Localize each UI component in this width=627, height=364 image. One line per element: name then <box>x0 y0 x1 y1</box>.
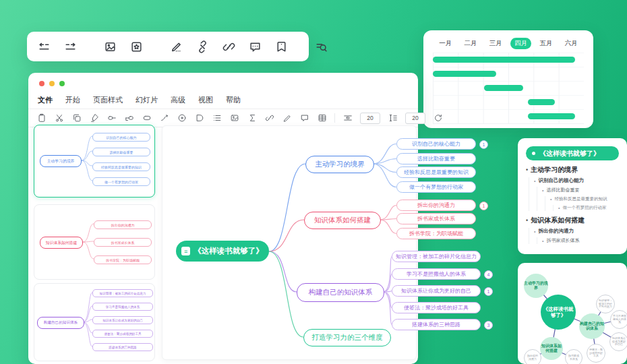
formula-icon[interactable] <box>247 113 257 123</box>
gantt-bar[interactable] <box>528 99 555 105</box>
unlink-icon[interactable] <box>196 40 209 53</box>
mindmap-canvas[interactable]: ≡ 《这样读书就够了》 主动学习的境界 识别自己的核心能力 1 选择比勤奋重要 … <box>162 125 417 360</box>
add-topic-icon[interactable] <box>107 113 117 123</box>
relationship-icon[interactable] <box>159 113 169 123</box>
line-spacing-input[interactable] <box>405 113 425 124</box>
bubble-subtopic[interactable]: 知识体系让你成为更好的自己 <box>609 332 627 351</box>
topic-node[interactable]: 知识体系让你成为更好的自己 <box>392 285 481 297</box>
minimize-button[interactable] <box>49 81 55 86</box>
gantt-bar[interactable] <box>433 57 575 63</box>
outline-item[interactable]: •识别自己的核心能力 <box>534 177 619 184</box>
link-icon[interactable] <box>264 113 274 123</box>
line-spacing-icon[interactable] <box>388 113 398 123</box>
add-subtopic-icon[interactable] <box>124 113 134 123</box>
slide-thumbnail-3[interactable]: 构建自己的知识体系 知识管理：被加工的碎片化信息力 学习不是照搬他人的体系 知识… <box>34 283 155 361</box>
gantt-month-tab[interactable]: 三月 <box>483 37 508 50</box>
bubble-subtopic[interactable]: 便签法：聚沙成塔的好工具 <box>587 344 605 363</box>
topic-node[interactable]: 拆书学院：为职场赋能 <box>396 228 476 239</box>
topic-node[interactable]: 选择比勤奋重要 <box>396 153 476 164</box>
refresh-icon[interactable] <box>433 113 443 123</box>
menu-home[interactable]: 开始 <box>65 95 80 105</box>
topic-node[interactable]: 搭建体系的三种思路 <box>392 319 481 330</box>
menu-help[interactable]: 帮助 <box>226 95 241 105</box>
gantt-month-tab-active[interactable]: 四月 <box>508 37 533 50</box>
indent-icon[interactable] <box>64 40 77 53</box>
table-icon[interactable] <box>317 113 327 123</box>
window-controls <box>39 81 65 86</box>
paste-icon[interactable] <box>36 113 47 123</box>
topic-node[interactable]: 经验和反思是最重要的知识 <box>396 166 476 178</box>
menu-advanced[interactable]: 高级 <box>171 95 185 105</box>
copy-icon[interactable] <box>71 113 82 123</box>
topic-node[interactable]: 拆出你的沟通力 <box>396 200 476 211</box>
callout-icon[interactable] <box>194 113 204 123</box>
outline-item[interactable]: •经验和反思是最重要的知识 <box>550 196 619 202</box>
topic-node[interactable]: 识别自己的核心能力 <box>396 138 476 150</box>
comment-icon[interactable] <box>299 113 309 123</box>
gantt-month-tab[interactable]: 二月 <box>458 37 483 50</box>
outline-item[interactable]: •主动学习的境界 <box>526 165 619 175</box>
slide-thumbnail-1[interactable]: 主动学习的境界 识别自己的核心能力 选择比勤奋重要 经验和反思是最重要的知识 做… <box>34 125 155 198</box>
link-icon[interactable] <box>222 40 235 53</box>
collapsed-count-badge[interactable]: 1 <box>484 287 493 296</box>
gantt-month-tab[interactable]: 五月 <box>533 37 558 50</box>
search-list-icon[interactable] <box>315 40 328 53</box>
bubble-subtopic[interactable]: 拆出你的沟通力 <box>524 349 541 364</box>
menu-file[interactable]: 文件 <box>38 95 53 105</box>
outline-icon[interactable] <box>212 113 222 123</box>
topic-node[interactable]: 拆书家成长体系 <box>396 213 476 224</box>
gantt-month-tab[interactable]: 六月 <box>559 37 584 50</box>
branch-node[interactable]: 构建自己的知识体系 <box>297 283 384 302</box>
thumb-root-node: 主动学习的境界 <box>40 155 82 167</box>
topic-node[interactable]: 便签法：聚沙成塔的好工具 <box>392 302 481 313</box>
menu-page-style[interactable]: 页面样式 <box>93 95 123 105</box>
gantt-bar[interactable] <box>528 113 574 119</box>
outdent-icon[interactable] <box>38 40 51 53</box>
image-icon[interactable] <box>229 113 239 123</box>
topic-node[interactable]: 学习不是照搬他人的体系 <box>392 268 481 280</box>
outline-item[interactable]: •拆书家成长体系 <box>542 237 619 244</box>
topic-node[interactable]: 知识管理：被加工的碎片化信息力 <box>392 251 481 262</box>
bubble-subtopic[interactable]: 学习不是照搬他人的体系 <box>610 310 627 329</box>
tag-icon[interactable] <box>275 40 288 53</box>
outline-item[interactable]: •知识体系如何搭建 <box>526 216 619 225</box>
branch-node[interactable]: 知识体系如何搭建 <box>304 212 381 229</box>
outline-item[interactable]: •选择比勤奋重要 <box>542 187 619 193</box>
menu-view[interactable]: 视图 <box>198 95 213 105</box>
slide-thumbnail-2[interactable]: 知识体系如何搭建 拆出你的沟通力 拆书家成长体系 拆书学院：为职场赋能 <box>34 204 155 280</box>
bubble-topic[interactable]: 主动学习的境界 <box>524 274 548 298</box>
shape-icon[interactable] <box>142 113 152 123</box>
image-icon[interactable] <box>104 40 117 53</box>
node-spacing-icon[interactable] <box>342 113 353 123</box>
bubble-center-topic[interactable]: 《这样读书就够了》 <box>541 295 576 330</box>
outline-title[interactable]: 《这样读书就够了》 <box>526 146 619 160</box>
comment-icon[interactable] <box>249 40 262 53</box>
bubble-subtopic[interactable]: 拆书家成长体系 <box>565 349 583 364</box>
outline-item[interactable]: •拆出你的沟通力 <box>534 228 619 235</box>
sticker-icon[interactable] <box>130 40 143 53</box>
summary-icon[interactable] <box>177 113 187 123</box>
edit-icon[interactable] <box>170 40 183 53</box>
topic-node[interactable]: 做一个有梦想的行动家 <box>396 181 476 193</box>
bubble-topic[interactable]: 构建自己的知识体系 <box>579 313 605 339</box>
gantt-month-tab[interactable]: 一月 <box>433 37 458 50</box>
format-painter-icon[interactable] <box>89 113 99 123</box>
gantt-bar[interactable] <box>433 71 496 77</box>
gantt-bar[interactable] <box>484 85 523 91</box>
branch-node[interactable]: 打造学习力的三个维度 <box>303 329 391 346</box>
cut-icon[interactable] <box>54 113 64 123</box>
bubble-subtopic[interactable]: 知识管理：被加工的碎片化信息力 <box>596 295 615 313</box>
collapsed-count-badge[interactable]: 4 <box>484 270 493 279</box>
collapsed-count-badge[interactable]: 3 <box>484 321 493 330</box>
edit-icon[interactable] <box>282 113 292 123</box>
root-topic-node[interactable]: ≡ 《这样读书就够了》 <box>176 241 269 262</box>
menu-slides[interactable]: 幻灯片 <box>136 95 158 105</box>
outline-item[interactable]: •做一个有梦想的行动家 <box>558 205 619 211</box>
branch-node[interactable]: 主动学习的境界 <box>305 156 374 173</box>
collapsed-count-badge[interactable]: 1 <box>479 140 488 149</box>
collapsed-count-badge[interactable]: 1 <box>479 202 488 210</box>
node-spacing-input[interactable] <box>360 113 380 124</box>
bubble-topic[interactable]: 知识体系如何搭建 <box>540 337 563 360</box>
close-button[interactable] <box>39 81 44 86</box>
maximize-button[interactable] <box>59 81 65 86</box>
